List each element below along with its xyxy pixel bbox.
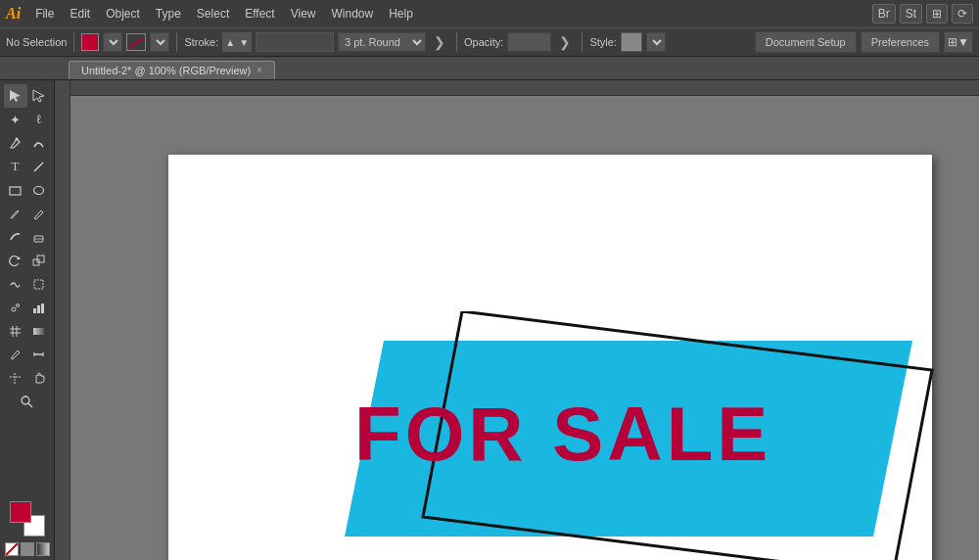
paintbrush-tool[interactable] (4, 202, 27, 225)
pencil-tool[interactable] (27, 202, 51, 225)
tool-row-brush (4, 202, 51, 225)
menu-object[interactable]: Object (99, 5, 147, 23)
stroke-label: Stroke: (184, 36, 218, 48)
options-bar: No Selection ▼ ▼ Stroke: ▲ ▼ 3 pt. Round… (0, 27, 979, 57)
opacity-label: Opacity: (464, 36, 503, 48)
shaper-tool[interactable] (4, 225, 27, 249)
canvas-content[interactable]: FOR SALE (70, 96, 979, 560)
artwork: FOR SALE (325, 311, 942, 560)
hand-tool[interactable] (27, 366, 51, 390)
symbol-sprayer-tool[interactable] (4, 296, 27, 319)
tool-row-slice (4, 366, 51, 390)
menu-view[interactable]: View (284, 5, 323, 23)
stroke-color-dropdown[interactable]: ▼ (150, 32, 169, 52)
style-dropdown[interactable]: ▼ (646, 32, 666, 52)
workspace-arrange-btn[interactable]: ⊞▼ (944, 31, 973, 53)
menu-edit[interactable]: Edit (63, 5, 97, 23)
stroke-down-btn[interactable]: ▼ (237, 37, 251, 48)
svg-point-12 (12, 307, 16, 311)
svg-line-28 (28, 403, 32, 407)
zoom-tool[interactable] (0, 390, 55, 413)
sync-button[interactable]: ⟳ (952, 4, 973, 23)
tool-row-symbol (4, 296, 51, 319)
svg-point-2 (16, 137, 19, 140)
opacity-input[interactable]: 100% (507, 32, 551, 52)
menu-select[interactable]: Select (190, 5, 236, 23)
rotate-tool[interactable] (4, 249, 27, 272)
foreground-color[interactable] (10, 501, 31, 523)
tool-row-selection (4, 84, 51, 108)
svg-point-13 (17, 303, 20, 306)
selection-tool[interactable] (4, 84, 27, 108)
svg-point-27 (22, 397, 29, 404)
svg-point-5 (34, 186, 44, 194)
measure-tool[interactable] (27, 343, 51, 366)
preferences-button[interactable]: Preferences (861, 31, 940, 53)
app-logo: Ai (6, 5, 21, 23)
svg-rect-21 (33, 328, 44, 335)
fill-icon[interactable] (21, 542, 34, 556)
separator-3 (456, 32, 457, 52)
gradient-icon[interactable] (36, 542, 50, 556)
svg-marker-0 (10, 90, 21, 102)
tool-row-eyedropper (4, 343, 51, 366)
curvature-tool[interactable] (27, 131, 51, 155)
type-tool[interactable]: T (4, 155, 27, 178)
gradient-tool[interactable] (27, 319, 51, 343)
stroke-width-input[interactable] (256, 32, 334, 52)
lasso-tool[interactable]: ℓ (27, 108, 51, 131)
graph-tool[interactable] (27, 296, 51, 319)
mesh-tool[interactable] (4, 319, 27, 343)
stock-button[interactable]: St (900, 4, 922, 23)
menu-file[interactable]: File (28, 5, 61, 23)
workspace-button[interactable]: ⊞ (926, 4, 948, 23)
style-label: Style: (589, 36, 617, 48)
free-transform-tool[interactable] (27, 272, 51, 296)
vertical-ruler (55, 80, 70, 560)
slice-tool[interactable] (4, 366, 27, 390)
menu-effect[interactable]: Effect (238, 5, 281, 23)
stroke-type-dropdown[interactable]: 3 pt. Round (338, 32, 426, 52)
fg-bg-swatches (10, 501, 45, 537)
toolbox: ✦ ℓ T (0, 80, 55, 560)
ellipse-tool[interactable] (27, 178, 51, 202)
tool-row-rect (4, 178, 51, 202)
color-mode-row (5, 542, 50, 556)
svg-rect-11 (34, 280, 43, 289)
opacity-expand-btn[interactable]: ❯ (555, 34, 575, 50)
selection-label: No Selection (6, 36, 67, 48)
stroke-expand-btn[interactable]: ❯ (430, 34, 449, 50)
no-fill-icon[interactable] (5, 542, 19, 556)
tool-row-magic: ✦ ℓ (4, 108, 51, 131)
tab-close-button[interactable]: × (256, 66, 262, 75)
fill-color-swatch[interactable] (81, 33, 99, 51)
pen-tool[interactable] (4, 131, 27, 155)
magic-wand-tool[interactable]: ✦ (4, 108, 27, 131)
menu-help[interactable]: Help (382, 5, 420, 23)
stroke-swatch[interactable] (126, 33, 146, 51)
tool-row-pen (4, 131, 51, 155)
eyedropper-tool[interactable] (4, 343, 27, 366)
color-swatch-area (3, 497, 52, 560)
line-tool[interactable] (27, 155, 51, 178)
separator-4 (582, 32, 583, 52)
menu-icons: Br St ⊞ ⟳ (872, 4, 973, 23)
menu-type[interactable]: Type (149, 5, 188, 23)
bridge-button[interactable]: Br (872, 4, 896, 23)
for-sale-text: FOR SALE (354, 390, 771, 479)
document-tab[interactable]: Untitled-2* @ 100% (RGB/Preview) × (69, 61, 275, 79)
svg-rect-16 (41, 303, 44, 313)
stroke-up-btn[interactable]: ▲ (223, 37, 237, 48)
direct-selection-tool[interactable] (27, 84, 51, 108)
menu-window[interactable]: Window (324, 5, 380, 23)
fill-dropdown[interactable]: ▼ (103, 32, 122, 52)
scale-tool[interactable] (27, 249, 51, 272)
warp-tool[interactable] (4, 272, 27, 296)
rectangle-tool[interactable] (4, 178, 27, 202)
menu-bar: Ai File Edit Object Type Select Effect V… (0, 0, 979, 27)
eraser-tool[interactable] (27, 225, 51, 249)
tool-row-mesh (4, 319, 51, 343)
tool-row-type: T (4, 155, 51, 178)
tool-row-warp (4, 272, 51, 296)
document-setup-button[interactable]: Document Setup (755, 31, 857, 53)
